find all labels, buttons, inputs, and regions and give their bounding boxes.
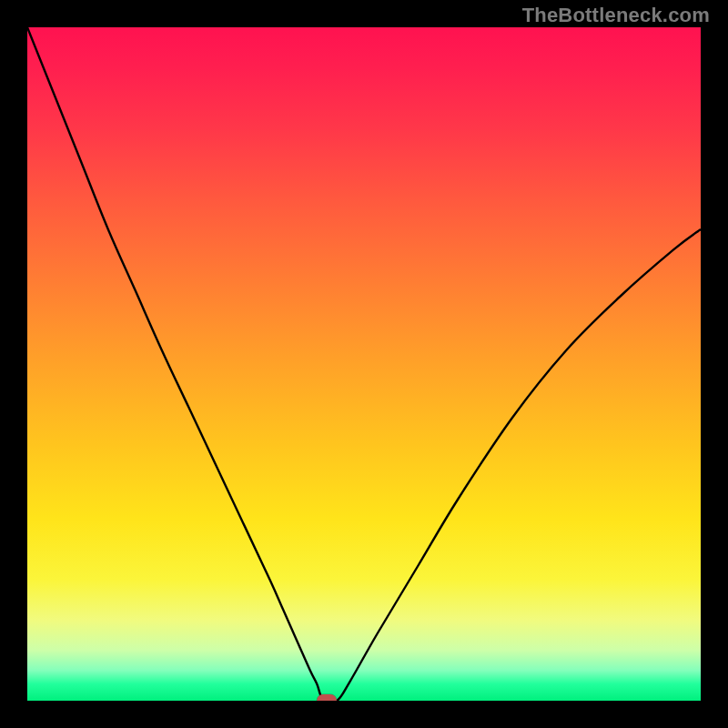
watermark-text: TheBottleneck.com [522,4,710,27]
optimal-point-marker [317,694,337,701]
bottleneck-curve [27,27,701,701]
plot-area [27,27,701,701]
chart-frame: TheBottleneck.com [0,0,728,728]
curve-path [27,27,701,701]
